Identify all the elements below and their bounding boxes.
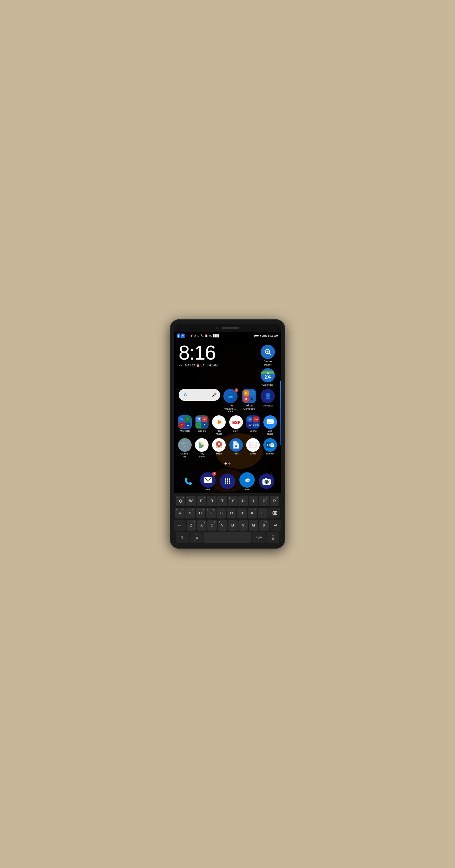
weather-channel-app[interactable]: ☁ ★ TheWeather... bbox=[222, 389, 239, 412]
espn-app[interactable]: ESPN ESPN bbox=[229, 415, 243, 435]
svg-point-33 bbox=[225, 483, 226, 484]
page-dot-1 bbox=[225, 462, 227, 465]
dock-row: ★ bbox=[178, 472, 277, 490]
key-t[interactable]: (T bbox=[218, 496, 227, 507]
edge-dock-item[interactable] bbox=[239, 472, 255, 490]
key-shift[interactable]: ⇧ bbox=[176, 532, 189, 544]
google-app[interactable]: G ▶ 📹 ⣿ Google bbox=[195, 415, 208, 435]
key-z[interactable]: Z7 bbox=[187, 520, 196, 531]
key-q[interactable]: #Q1 bbox=[176, 496, 185, 507]
sports-label: Sports bbox=[250, 430, 257, 433]
keyboard-row-2: *A4 S5 D6 /F6 G H J' K' L ⌫ bbox=[176, 508, 279, 519]
key-o[interactable]: O@ bbox=[259, 496, 269, 507]
key-g[interactable]: G bbox=[217, 508, 226, 519]
key-s[interactable]: S5 bbox=[186, 508, 195, 519]
device-search-label: DeviceSearch bbox=[264, 360, 272, 366]
play-store-app[interactable]: PlayStore bbox=[195, 438, 208, 458]
signal-4g-icon: 4G bbox=[209, 334, 213, 337]
key-enter[interactable]: ↵ bbox=[269, 520, 282, 531]
key-space[interactable] bbox=[203, 532, 252, 544]
maps-label: Maps bbox=[216, 453, 222, 455]
calendar-app[interactable]: 📅 24 Calendar bbox=[259, 368, 277, 386]
files-app[interactable]: Files bbox=[229, 438, 243, 458]
key-k[interactable]: K' bbox=[248, 508, 257, 519]
key-u[interactable]: -U bbox=[238, 496, 248, 507]
key-d[interactable]: D6 bbox=[196, 508, 205, 519]
right-apps-column: ☁ ★ TheWeather... bbox=[222, 389, 277, 412]
key-j[interactable]: J' bbox=[237, 508, 247, 519]
key-b[interactable]: B bbox=[228, 520, 237, 531]
outlook-app[interactable]: O Outlook bbox=[263, 438, 277, 458]
key-l[interactable]: L bbox=[258, 508, 267, 519]
play-music-app[interactable]: PlayMusic bbox=[212, 415, 226, 435]
hub-dock-item[interactable]: ★ bbox=[200, 472, 216, 490]
voice-search-icon[interactable]: 🎤 bbox=[212, 393, 217, 397]
maps-app[interactable]: Maps bbox=[212, 438, 226, 458]
calculator-label: Calcula-tor bbox=[181, 453, 189, 458]
tools-icon: 🔧 bbox=[200, 334, 204, 337]
screen-content: f f ··· ⚡ ✕ ⊖ 🔧 ⏰ 4G ▋▋▋ 98% 8:16 AM bbox=[174, 332, 281, 493]
more-notifications-icon: ··· bbox=[186, 334, 188, 337]
key-w[interactable]: *W2 bbox=[186, 496, 196, 507]
key-x[interactable]: X8 bbox=[197, 520, 206, 531]
key-f[interactable]: /F6 bbox=[206, 508, 216, 519]
svg-rect-26 bbox=[204, 477, 212, 483]
sports-app[interactable]: CBS FOX NBC ESPN Sports bbox=[246, 415, 260, 435]
svg-point-18 bbox=[218, 443, 220, 445]
clock-left: 8:16 FRI, MAY 24 ⏰ SAT 6:45 AM bbox=[178, 342, 259, 367]
key-sym[interactable]: sym bbox=[252, 532, 265, 544]
microsoft-app[interactable]: W X P ☁ Microsoft bbox=[178, 415, 192, 435]
calculator-app[interactable]: - × + = Calcula-tor bbox=[178, 438, 192, 458]
messages-icon bbox=[263, 415, 277, 429]
outlook-icon: O bbox=[263, 438, 277, 452]
key-i[interactable]: I bbox=[249, 496, 258, 507]
top-right-apps: BB DeviceSearch 📅 24 Calendar bbox=[259, 345, 277, 386]
add-compose-label: Add & Compose bbox=[240, 404, 258, 410]
contacts-app[interactable]: 👤 Contacts bbox=[259, 389, 277, 412]
google-logo: G bbox=[182, 392, 189, 398]
add-compose-app[interactable]: 🔔 👤 ⏰ 🖼 Add & Compose bbox=[240, 389, 258, 412]
messages-app[interactable]: Mes-sages bbox=[263, 415, 277, 435]
key-mic[interactable]: °🎤 bbox=[190, 532, 203, 544]
key-h[interactable]: H bbox=[227, 508, 236, 519]
key-c[interactable]: C9 bbox=[207, 520, 217, 531]
key-y[interactable]: )Y bbox=[228, 496, 237, 507]
hub-dots bbox=[205, 489, 210, 490]
bluetooth-icon: ⚡ bbox=[190, 334, 193, 337]
phone-dock-item[interactable] bbox=[181, 473, 196, 489]
key-e[interactable]: E3 bbox=[197, 496, 206, 507]
svg-point-5 bbox=[218, 421, 220, 424]
key-dollar[interactable]: $vol bbox=[259, 520, 269, 531]
key-r[interactable]: R3 bbox=[207, 496, 217, 507]
gmail-app[interactable]: Gmail bbox=[246, 438, 260, 458]
contacts-label: Contacts bbox=[262, 404, 273, 407]
play-music-label: PlayMusic bbox=[216, 430, 222, 435]
key-grid[interactable]: ⣿ bbox=[266, 532, 279, 544]
signal-bars-icon: ▋▋▋ bbox=[213, 334, 220, 337]
key-alt[interactable]: alt bbox=[174, 520, 186, 531]
battery-percent: 98% bbox=[262, 334, 267, 337]
camera-dock-item[interactable] bbox=[259, 473, 274, 489]
microsoft-label: Microsoft bbox=[180, 430, 190, 433]
page-indicator bbox=[174, 462, 281, 465]
key-v[interactable]: ?V bbox=[218, 520, 227, 531]
key-m[interactable]: M bbox=[249, 520, 258, 531]
contacts-icon: 👤 bbox=[261, 389, 275, 403]
app-launcher-icon bbox=[220, 473, 235, 489]
calendar-icon: 📅 24 bbox=[261, 368, 275, 382]
key-p[interactable]: P@ bbox=[270, 496, 279, 507]
clock-area: 8:16 FRI, MAY 24 ⏰ SAT 6:45 AM BB bbox=[174, 339, 281, 386]
app-launcher-dock-item[interactable] bbox=[220, 473, 235, 489]
svg-text:-  ×: - × bbox=[181, 442, 185, 445]
device-search-app[interactable]: BB DeviceSearch bbox=[259, 345, 277, 366]
key-n[interactable]: N bbox=[238, 520, 248, 531]
key-a[interactable]: *A4 bbox=[175, 508, 185, 519]
app-row-1: W X P ☁ Microsoft G ▶ 📹 bbox=[174, 412, 281, 435]
alarm-icon: ⏰ bbox=[205, 334, 208, 337]
status-left: f f ··· ⚡ ✕ ⊖ 🔧 ⏰ 4G ▋▋▋ bbox=[177, 334, 220, 338]
microsoft-icon: W X P ☁ bbox=[178, 415, 192, 429]
google-search-bar[interactable]: G 🎤 bbox=[178, 389, 220, 401]
svg-rect-8 bbox=[267, 419, 274, 424]
key-backspace[interactable]: ⌫ bbox=[268, 508, 280, 519]
hub-icon: ★ bbox=[200, 472, 216, 488]
